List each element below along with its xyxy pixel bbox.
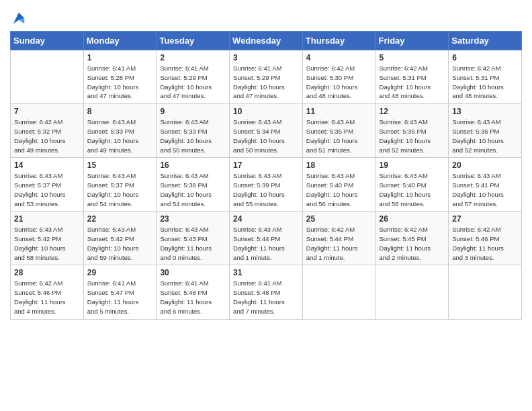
day-info: Sunrise: 6:41 AMSunset: 5:48 PMDaylight:… [233, 279, 299, 316]
day-number: 25 [306, 214, 372, 224]
calendar-cell: 12Sunrise: 6:43 AMSunset: 5:35 PMDayligh… [375, 104, 449, 158]
calendar-cell: 22Sunrise: 6:43 AMSunset: 5:42 PMDayligh… [83, 212, 157, 265]
day-number: 31 [233, 268, 299, 277]
day-info: Sunrise: 6:43 AMSunset: 5:42 PMDaylight:… [14, 225, 80, 262]
calendar-cell [375, 265, 449, 319]
day-info: Sunrise: 6:43 AMSunset: 5:37 PMDaylight:… [87, 171, 153, 208]
page: SundayMondayTuesdayWednesdayThursdayFrid… [0, 0, 532, 411]
day-info: Sunrise: 6:43 AMSunset: 5:33 PMDaylight:… [160, 118, 226, 154]
calendar-cell: 10Sunrise: 6:43 AMSunset: 5:34 PMDayligh… [230, 104, 303, 158]
day-info: Sunrise: 6:43 AMSunset: 5:34 PMDaylight:… [233, 118, 299, 154]
calendar-cell: 5Sunrise: 6:42 AMSunset: 5:31 PMDaylight… [375, 50, 449, 104]
day-info: Sunrise: 6:43 AMSunset: 5:35 PMDaylight:… [380, 118, 445, 154]
calendar-cell: 6Sunrise: 6:42 AMSunset: 5:31 PMDaylight… [449, 50, 522, 104]
day-info: Sunrise: 6:42 AMSunset: 5:46 PMDaylight:… [452, 225, 518, 262]
week-row-2: 7Sunrise: 6:42 AMSunset: 5:32 PMDaylight… [11, 104, 522, 158]
day-info: Sunrise: 6:43 AMSunset: 5:40 PMDaylight:… [306, 171, 372, 208]
calendar-cell: 17Sunrise: 6:43 AMSunset: 5:39 PMDayligh… [230, 158, 303, 212]
day-number: 1 [87, 53, 153, 62]
calendar-cell: 8Sunrise: 6:43 AMSunset: 5:33 PMDaylight… [83, 104, 157, 158]
day-number: 3 [233, 53, 299, 62]
day-number: 13 [452, 107, 518, 116]
day-info: Sunrise: 6:42 AMSunset: 5:31 PMDaylight:… [452, 64, 518, 101]
day-info: Sunrise: 6:43 AMSunset: 5:39 PMDaylight:… [233, 171, 299, 208]
calendar-cell: 18Sunrise: 6:43 AMSunset: 5:40 PMDayligh… [302, 158, 375, 212]
calendar-table: SundayMondayTuesdayWednesdayThursdayFrid… [10, 31, 522, 319]
day-number: 8 [87, 107, 153, 116]
day-number: 17 [233, 161, 299, 170]
calendar-cell: 14Sunrise: 6:43 AMSunset: 5:37 PMDayligh… [11, 158, 84, 212]
day-number: 9 [160, 107, 226, 116]
calendar-cell: 19Sunrise: 6:43 AMSunset: 5:40 PMDayligh… [375, 158, 449, 212]
day-number: 11 [306, 107, 372, 116]
calendar-body: 1Sunrise: 6:41 AMSunset: 5:28 PMDaylight… [11, 50, 522, 319]
day-number: 20 [452, 161, 518, 170]
day-number: 28 [14, 268, 80, 277]
calendar-cell: 31Sunrise: 6:41 AMSunset: 5:48 PMDayligh… [230, 265, 303, 319]
day-info: Sunrise: 6:41 AMSunset: 5:48 PMDaylight:… [160, 279, 226, 316]
day-number: 22 [87, 214, 153, 224]
day-info: Sunrise: 6:42 AMSunset: 5:32 PMDaylight:… [14, 118, 80, 154]
day-info: Sunrise: 6:43 AMSunset: 5:41 PMDaylight:… [452, 171, 518, 208]
day-number: 2 [160, 53, 226, 62]
week-row-5: 28Sunrise: 6:42 AMSunset: 5:46 PMDayligh… [11, 265, 522, 319]
day-number: 15 [87, 161, 153, 170]
week-row-1: 1Sunrise: 6:41 AMSunset: 5:28 PMDaylight… [11, 50, 522, 104]
calendar-cell [302, 265, 375, 319]
day-number: 4 [306, 53, 372, 62]
day-info: Sunrise: 6:43 AMSunset: 5:40 PMDaylight:… [380, 171, 445, 208]
day-number: 24 [233, 214, 299, 224]
day-number: 27 [452, 214, 518, 224]
calendar-cell: 24Sunrise: 6:43 AMSunset: 5:44 PMDayligh… [230, 212, 303, 265]
header-row: SundayMondayTuesdayWednesdayThursdayFrid… [11, 32, 522, 50]
calendar-cell: 4Sunrise: 6:42 AMSunset: 5:30 PMDaylight… [302, 50, 375, 104]
day-number: 23 [160, 214, 226, 224]
week-row-3: 14Sunrise: 6:43 AMSunset: 5:37 PMDayligh… [11, 158, 522, 212]
calendar-header: SundayMondayTuesdayWednesdayThursdayFrid… [11, 32, 522, 50]
day-info: Sunrise: 6:41 AMSunset: 5:29 PMDaylight:… [233, 64, 299, 101]
day-info: Sunrise: 6:41 AMSunset: 5:29 PMDaylight:… [160, 64, 226, 101]
day-info: Sunrise: 6:41 AMSunset: 5:28 PMDaylight:… [87, 64, 153, 101]
header-day-friday: Friday [375, 32, 449, 50]
calendar-cell: 26Sunrise: 6:42 AMSunset: 5:45 PMDayligh… [375, 212, 449, 265]
calendar-cell: 23Sunrise: 6:43 AMSunset: 5:43 PMDayligh… [157, 212, 230, 265]
calendar-cell: 25Sunrise: 6:42 AMSunset: 5:44 PMDayligh… [302, 212, 375, 265]
header-day-saturday: Saturday [449, 32, 522, 50]
day-number: 6 [452, 53, 518, 62]
day-number: 5 [380, 53, 445, 62]
day-number: 12 [380, 107, 445, 116]
day-info: Sunrise: 6:43 AMSunset: 5:38 PMDaylight:… [160, 171, 226, 208]
calendar-cell: 13Sunrise: 6:43 AMSunset: 5:36 PMDayligh… [449, 104, 522, 158]
day-number: 26 [380, 214, 445, 224]
calendar-cell: 1Sunrise: 6:41 AMSunset: 5:28 PMDaylight… [83, 50, 157, 104]
calendar-cell: 2Sunrise: 6:41 AMSunset: 5:29 PMDaylight… [157, 50, 230, 104]
day-number: 10 [233, 107, 299, 116]
day-number: 29 [87, 268, 153, 277]
header-day-tuesday: Tuesday [157, 32, 230, 50]
logo-icon [11, 11, 26, 26]
calendar-cell [449, 265, 522, 319]
calendar-cell: 7Sunrise: 6:42 AMSunset: 5:32 PMDaylight… [11, 104, 84, 158]
calendar-cell: 9Sunrise: 6:43 AMSunset: 5:33 PMDaylight… [157, 104, 230, 158]
calendar-cell: 20Sunrise: 6:43 AMSunset: 5:41 PMDayligh… [449, 158, 522, 212]
day-info: Sunrise: 6:42 AMSunset: 5:31 PMDaylight:… [380, 64, 445, 101]
day-number: 19 [380, 161, 445, 170]
day-info: Sunrise: 6:43 AMSunset: 5:44 PMDaylight:… [233, 225, 299, 262]
day-info: Sunrise: 6:43 AMSunset: 5:36 PMDaylight:… [452, 118, 518, 154]
day-info: Sunrise: 6:41 AMSunset: 5:47 PMDaylight:… [87, 279, 153, 316]
calendar-cell: 30Sunrise: 6:41 AMSunset: 5:48 PMDayligh… [157, 265, 230, 319]
day-number: 7 [14, 107, 80, 116]
week-row-4: 21Sunrise: 6:43 AMSunset: 5:42 PMDayligh… [11, 212, 522, 265]
calendar-cell: 3Sunrise: 6:41 AMSunset: 5:29 PMDaylight… [230, 50, 303, 104]
day-info: Sunrise: 6:42 AMSunset: 5:45 PMDaylight:… [380, 225, 445, 262]
logo [10, 9, 28, 26]
logo-area [10, 7, 28, 26]
day-info: Sunrise: 6:42 AMSunset: 5:30 PMDaylight:… [306, 64, 372, 101]
day-number: 30 [160, 268, 226, 277]
header-day-sunday: Sunday [11, 32, 84, 50]
header [10, 7, 522, 26]
day-info: Sunrise: 6:42 AMSunset: 5:44 PMDaylight:… [306, 225, 372, 262]
header-day-thursday: Thursday [302, 32, 375, 50]
header-day-wednesday: Wednesday [230, 32, 303, 50]
calendar-cell: 21Sunrise: 6:43 AMSunset: 5:42 PMDayligh… [11, 212, 84, 265]
